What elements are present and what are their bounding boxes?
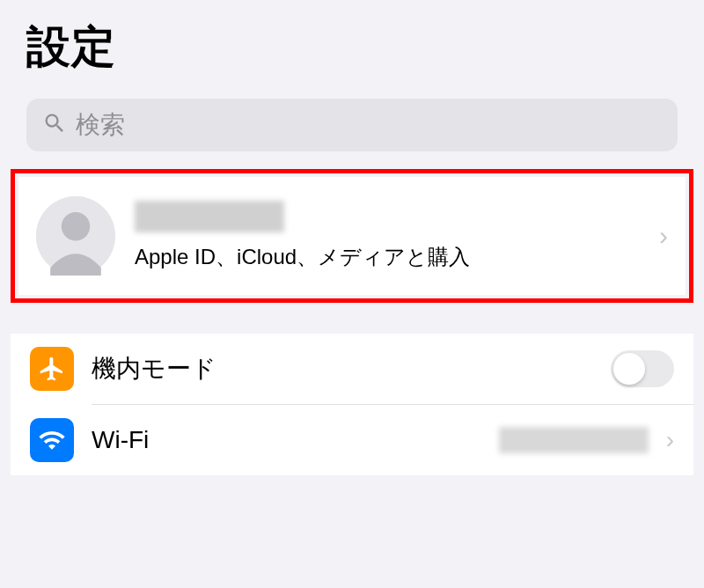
wifi-label: Wi-Fi [92, 426, 481, 454]
apple-id-row[interactable]: Apple ID、iCloud、メディアと購入 › [18, 177, 686, 295]
avatar [36, 196, 115, 276]
chevron-right-icon: › [659, 221, 668, 251]
svg-point-1 [62, 212, 90, 240]
settings-group: 機内モード Wi-Fi › [11, 334, 693, 475]
search-bar[interactable] [26, 99, 678, 151]
apple-id-subtitle: Apple ID、iCloud、メディアと購入 [135, 243, 640, 271]
page-title: 設定 [26, 18, 678, 77]
airplane-mode-label: 機内モード [92, 352, 593, 386]
toggle-knob [613, 353, 645, 385]
airplane-mode-toggle[interactable] [611, 350, 674, 387]
search-icon [42, 111, 67, 139]
wifi-row[interactable]: Wi-Fi › [11, 405, 693, 475]
airplane-icon [30, 347, 74, 391]
apple-id-name-redacted [135, 201, 284, 232]
apple-id-highlight-box: Apple ID、iCloud、メディアと購入 › [11, 169, 693, 303]
wifi-value-redacted [499, 427, 649, 453]
airplane-mode-row[interactable]: 機内モード [11, 334, 693, 404]
search-input[interactable] [76, 111, 662, 139]
chevron-right-icon: › [666, 426, 674, 454]
wifi-icon [30, 418, 74, 462]
